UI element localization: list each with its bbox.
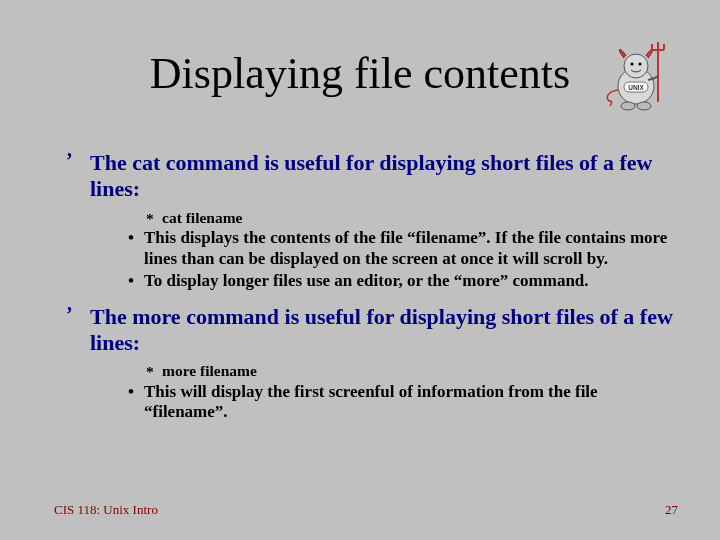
svg-point-2: [630, 62, 633, 65]
bsd-mascot-icon: UNIX: [594, 40, 686, 116]
cmd-more: more filename: [144, 362, 678, 381]
svg-point-3: [638, 62, 641, 65]
svg-point-1: [624, 54, 648, 78]
svg-point-6: [637, 102, 651, 110]
more-desc-1: This will display the first screenful of…: [126, 382, 678, 423]
bullet-more: The more command is useful for displayin…: [62, 304, 678, 357]
slide: Displaying file contents: [0, 0, 720, 540]
footer-page-number: 27: [665, 502, 678, 518]
bullet-cat-sub: cat filename This displays the contents …: [62, 209, 678, 292]
bullet-more-sub: more filename This will display the firs…: [62, 362, 678, 422]
content-area: The cat command is useful for displaying…: [62, 150, 678, 435]
cmd-cat: cat filename: [144, 209, 678, 228]
bullet-cat: The cat command is useful for displaying…: [62, 150, 678, 203]
footer-course: CIS 118: Unix Intro: [54, 502, 158, 518]
cat-desc-1: This displays the contents of the file “…: [126, 228, 678, 269]
svg-point-5: [621, 102, 635, 110]
svg-text:UNIX: UNIX: [628, 84, 644, 91]
cat-desc-2: To display longer files use an editor, o…: [126, 271, 678, 291]
